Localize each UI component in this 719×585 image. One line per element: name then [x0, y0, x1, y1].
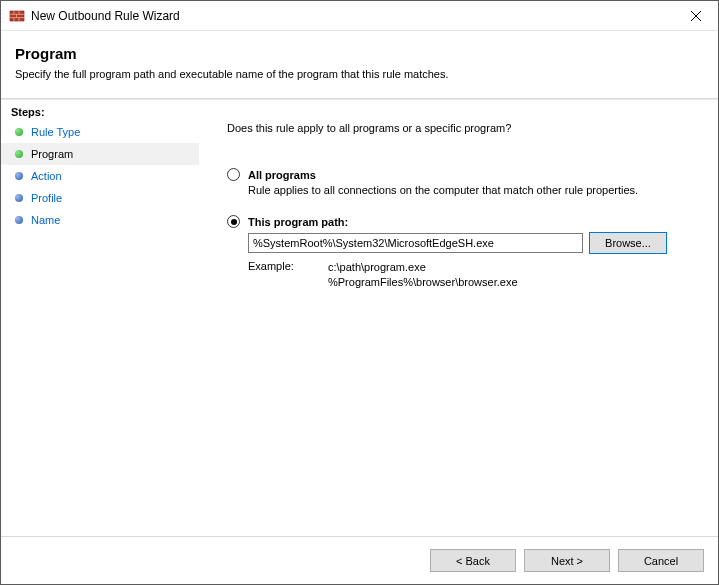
- step-label: Profile: [31, 192, 62, 204]
- page-title: Program: [15, 45, 704, 62]
- radio-program-path-label: This program path:: [248, 216, 348, 228]
- step-bullet-icon: [15, 128, 23, 136]
- window-title: New Outbound Rule Wizard: [31, 9, 673, 23]
- wizard-header: Program Specify the full program path an…: [1, 31, 718, 90]
- step-label: Action: [31, 170, 62, 182]
- example-label: Example:: [248, 260, 328, 290]
- close-button[interactable]: [673, 1, 718, 31]
- program-path-input[interactable]: [248, 233, 583, 253]
- back-button[interactable]: < Back: [430, 549, 516, 572]
- wizard-footer: < Back Next > Cancel: [1, 536, 718, 584]
- example-row: Example: c:\path\program.exe %ProgramFil…: [248, 260, 696, 290]
- step-bullet-icon: [15, 194, 23, 202]
- step-bullet-icon: [15, 172, 23, 180]
- wizard-content: Does this rule apply to all programs or …: [199, 100, 718, 536]
- wizard-window: New Outbound Rule Wizard Program Specify…: [0, 0, 719, 585]
- radio-all-programs-row[interactable]: All programs: [227, 168, 696, 181]
- cancel-button[interactable]: Cancel: [618, 549, 704, 572]
- step-action[interactable]: Action: [1, 165, 199, 187]
- radio-program-path-row[interactable]: This program path:: [227, 215, 696, 228]
- next-button[interactable]: Next >: [524, 549, 610, 572]
- step-bullet-icon: [15, 216, 23, 224]
- browse-button[interactable]: Browse...: [589, 232, 667, 254]
- example-text: c:\path\program.exe %ProgramFiles%\brows…: [328, 260, 518, 290]
- radio-program-path[interactable]: [227, 215, 240, 228]
- step-profile[interactable]: Profile: [1, 187, 199, 209]
- step-rule-type[interactable]: Rule Type: [1, 121, 199, 143]
- option-program-path: This program path: Browse... Example: c:…: [227, 215, 696, 290]
- step-label: Program: [31, 148, 73, 160]
- wizard-body: Steps: Rule Type Program Action Profile …: [1, 100, 718, 536]
- steps-sidebar: Steps: Rule Type Program Action Profile …: [1, 100, 199, 536]
- question-text: Does this rule apply to all programs or …: [227, 122, 696, 134]
- step-program[interactable]: Program: [1, 143, 199, 165]
- radio-all-programs-label: All programs: [248, 169, 316, 181]
- firewall-icon: [9, 8, 25, 24]
- step-label: Rule Type: [31, 126, 80, 138]
- page-subtitle: Specify the full program path and execut…: [15, 68, 704, 80]
- svg-rect-0: [10, 11, 24, 21]
- close-icon: [691, 11, 701, 21]
- radio-all-programs[interactable]: [227, 168, 240, 181]
- titlebar: New Outbound Rule Wizard: [1, 1, 718, 31]
- option-all-programs: All programs Rule applies to all connect…: [227, 168, 696, 197]
- step-label: Name: [31, 214, 60, 226]
- radio-all-programs-desc: Rule applies to all connections on the c…: [248, 183, 696, 197]
- step-name[interactable]: Name: [1, 209, 199, 231]
- steps-heading: Steps:: [1, 104, 199, 121]
- program-path-row: Browse...: [248, 232, 696, 254]
- step-bullet-icon: [15, 150, 23, 158]
